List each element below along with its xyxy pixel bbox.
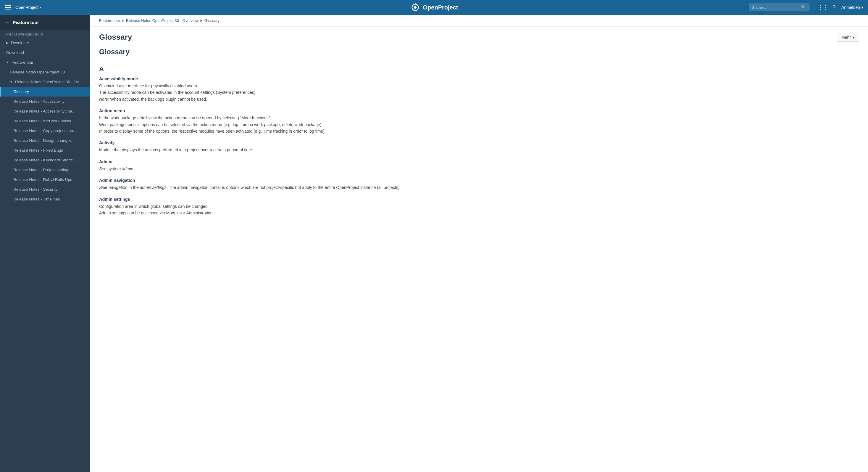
sidebar-item-label: Developer <box>11 40 29 45</box>
sidebar-item-release-notes-op30[interactable]: Release Notes OpenProject 30 <box>0 67 90 77</box>
glossary-term-activity: Activity Module that displays the action… <box>99 140 859 153</box>
sidebar-item-label: Release Notes OpenProject 30 <box>10 70 65 74</box>
search-input[interactable] <box>752 5 799 10</box>
term-title: Accessibility mode <box>99 77 859 81</box>
breadcrumb-sep-1: ▶ <box>122 19 124 23</box>
breadcrumb-current: Glossary <box>205 18 219 23</box>
sidebar-item-label: Release Notes - Keyboard Shortc... <box>13 158 76 162</box>
sidebar-item-copy-projects[interactable]: Release Notes - Copy projects ba... <box>0 126 90 136</box>
sidebar-item-label: Release Notes - Security <box>13 187 57 191</box>
center-brand-name: OpenProject <box>423 4 458 11</box>
sidebar-item-fixed-bugs[interactable]: Release Notes - Fixed Bugs <box>0 145 90 155</box>
sidebar-item-accessibility[interactable]: Release Notes - Accessibility <box>0 96 90 106</box>
sidebar: ← Feature tour INHALTSVERZEICHNIS Develo… <box>0 15 90 472</box>
breadcrumb-feature-tour[interactable]: Feature tour <box>99 18 120 23</box>
breadcrumb: Feature tour ▶ Release Notes OpenProject… <box>90 15 868 27</box>
openproject-logo-icon <box>410 2 421 13</box>
term-description: See system admin. <box>99 166 859 172</box>
glossary-term-accessibility-mode: Accessibility mode Optimized user interf… <box>99 77 859 102</box>
main-content: Feature tour ▶ Release Notes OpenProject… <box>90 15 868 472</box>
sidebar-item-label: Glossary <box>13 89 29 94</box>
term-description: Module that displays the actions perform… <box>99 147 859 153</box>
breadcrumb-sep-2: ▶ <box>200 19 203 23</box>
sidebar-item-accessibility-cha[interactable]: Release Notes - Accessibility cha... <box>0 106 90 116</box>
term-title: Action menu <box>99 108 859 113</box>
toc-label: INHALTSVERZEICHNIS <box>0 30 90 38</box>
body-layout: ← Feature tour INHALTSVERZEICHNIS Develo… <box>0 15 868 472</box>
sidebar-item-label: Release Notes - Accessibility <box>13 99 64 104</box>
sidebar-item-timelines[interactable]: Release Notes - Timelines <box>0 194 90 204</box>
glossary-term-admin-navigation: Admin navigation Side navigation in the … <box>99 178 859 191</box>
signin-chevron: ▾ <box>861 5 863 10</box>
term-title: Activity <box>99 140 859 145</box>
term-title: Admin settings <box>99 197 859 202</box>
sidebar-item-download[interactable]: Download <box>0 48 90 57</box>
mehr-chevron-icon: ▾ <box>852 35 855 40</box>
help-icon[interactable]: ? <box>833 4 835 11</box>
sidebar-item-label: Release Notes - Project settings <box>13 168 70 172</box>
sidebar-item-label: Release Notes OpenProject 30 - Ov... <box>15 80 82 84</box>
sidebar-item-add-work[interactable]: Release Notes - Add work packa... <box>0 116 90 126</box>
term-title: Admin navigation <box>99 178 859 183</box>
sidebar-item-label: Release Notes - Timelines <box>13 197 60 201</box>
sidebar-item-label: Release Notes - Copy projects ba... <box>13 128 76 133</box>
hamburger-menu[interactable] <box>5 5 11 9</box>
sidebar-header: ← Feature tour <box>0 15 90 30</box>
content-title: Glossary <box>99 48 859 59</box>
mehr-button[interactable]: Mehr ▾ <box>837 33 859 42</box>
apps-icon[interactable]: ⋮⋮ <box>818 4 828 11</box>
term-description: Side navigation in the admin settings. T… <box>99 184 859 191</box>
sidebar-item-project-settings[interactable]: Release Notes - Project settings <box>0 165 90 175</box>
top-navigation: OpenProject ▾ OpenProject 🔍 ⋮⋮ ? Anmelde… <box>0 0 868 15</box>
term-title: Admin <box>99 159 859 164</box>
search-icon: 🔍 <box>801 5 806 10</box>
sidebar-item-ruby[interactable]: Release Notes - Ruby&Rails Upd... <box>0 175 90 184</box>
glossary-term-admin-settings: Admin settings Configuration area in whi… <box>99 197 859 216</box>
sidebar-item-label: Release Notes - Accessibility cha... <box>13 109 75 113</box>
signin-button[interactable]: Anmelden ▾ <box>841 5 863 10</box>
sidebar-item-feature-tour[interactable]: Feature tour <box>0 57 90 67</box>
brand-chevron: ▾ <box>40 5 41 9</box>
back-arrow-icon[interactable]: ← <box>5 20 10 25</box>
content-area: Glossary A Accessibility mode Optimized … <box>90 45 868 472</box>
search-box[interactable]: 🔍 <box>749 4 809 11</box>
breadcrumb-release-notes[interactable]: Release Notes OpenProject 30 - Overview <box>126 18 198 23</box>
sidebar-nav: Developer Download Feature tour Release … <box>0 38 90 472</box>
sidebar-item-label: Download <box>6 50 24 55</box>
glossary-term-action-menu: Action menu In the work package detail v… <box>99 108 859 135</box>
section-a: A <box>99 65 859 73</box>
sidebar-item-developer[interactable]: Developer <box>0 38 90 48</box>
term-description: In the work package detail view the acti… <box>99 115 859 135</box>
term-description: Configuration area in which global setti… <box>99 203 859 216</box>
term-description: Optimized user interface for physically … <box>99 83 859 102</box>
center-brand: OpenProject <box>410 2 458 13</box>
chevron-down-icon <box>10 80 13 84</box>
sidebar-item-label: Release Notes - Ruby&Rails Upd... <box>13 177 76 182</box>
svg-point-1 <box>414 6 416 9</box>
sidebar-item-label: Release Notes - Design changes <box>13 138 71 143</box>
sidebar-item-glossary[interactable]: Glossary <box>0 87 90 96</box>
sidebar-item-label: Release Notes - Fixed Bugs <box>13 148 63 152</box>
nav-icons: ⋮⋮ ? <box>818 4 835 11</box>
sidebar-title: Feature tour <box>13 20 39 25</box>
page-header: Glossary Mehr ▾ <box>90 27 868 45</box>
sidebar-item-keyboard[interactable]: Release Notes - Keyboard Shortc... <box>0 155 90 165</box>
chevron-down-icon <box>6 61 9 64</box>
mehr-label: Mehr <box>841 35 851 40</box>
sidebar-item-release-notes-op30-ov[interactable]: Release Notes OpenProject 30 - Ov... <box>0 77 90 87</box>
sidebar-item-design-changes[interactable]: Release Notes - Design changes <box>0 136 90 145</box>
sidebar-item-label: Release Notes - Add work packa... <box>13 119 74 123</box>
brand-text: OpenProject <box>16 5 38 10</box>
chevron-right-icon <box>6 41 8 45</box>
glossary-term-admin: Admin See system admin. <box>99 159 859 172</box>
sidebar-item-label: Feature tour <box>11 60 33 64</box>
sidebar-item-security[interactable]: Release Notes - Security <box>0 184 90 194</box>
page-title: Glossary <box>99 33 132 42</box>
